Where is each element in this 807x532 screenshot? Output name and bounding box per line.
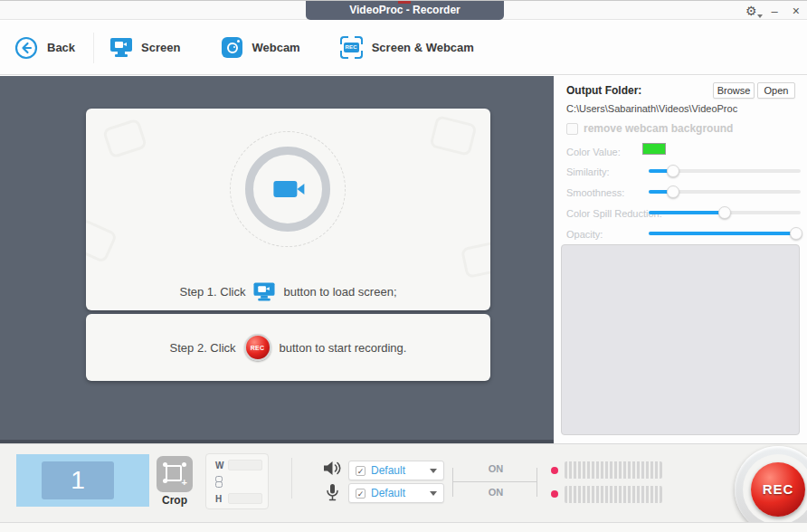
slider-row: Similarity: [566,162,801,183]
crop-icon: + [157,456,193,492]
speaker-level-dot [551,467,558,474]
output-folder-path: C:\Users\Sabarinath\Videos\VideoProc [566,103,737,114]
tab-screen-and-webcam[interactable]: REC Screen & Webcam [340,36,474,59]
videoproc-recorder-window: VideoProc - Recorder ⚙ – × Back Screen [0,0,807,532]
bottombar-footer-strip [0,523,807,532]
slider-fill [649,232,796,235]
mic-enabled-checkbox[interactable]: ✓ [356,489,366,499]
speaker-device-dropdown[interactable]: ✓ Default [348,461,444,480]
mic-device-value: Default [371,487,405,499]
slider-label: Opacity: [566,229,603,240]
tab-screen[interactable]: Screen [110,38,180,57]
remove-webcam-bg-label: remove webcam background [584,122,733,135]
settings-gear-icon[interactable]: ⚙ [745,2,757,20]
screen-webcam-label: Screen & Webcam [372,41,474,54]
height-field[interactable] [228,493,262,504]
webcam-label: Webcam [252,41,299,54]
back-arrow-icon [14,36,38,60]
display-thumbnail-strip[interactable]: 1 [16,454,149,507]
audio-connector-bracket [452,468,453,497]
speaker-on-status: ON [479,463,512,474]
slider-track[interactable] [649,232,801,235]
width-label: W [215,461,223,470]
webcam-icon [222,37,242,58]
width-field[interactable] [228,460,262,470]
color-value-row: Color Value: [566,143,794,156]
close-button[interactable]: × [793,4,800,18]
height-label: H [215,494,222,504]
bottom-bar: 1 + Crop W H [0,443,807,532]
color-value-label: Color Value: [566,147,621,157]
rec-button[interactable]: REC [751,462,805,517]
gear-caret-icon [757,14,763,18]
slider-row: Smoothness: [566,183,801,204]
back-button[interactable]: Back [14,36,75,60]
step1-instruction: Step 1. Click button to load screen; [86,282,490,301]
window-title-tab: VideoProc - Recorder [306,1,504,20]
card-decoration [102,118,147,158]
speaker-enabled-checkbox[interactable]: ✓ [356,466,366,476]
back-label: Back [47,41,75,54]
slider-thumb[interactable] [667,165,679,177]
step2-card: Step 2. Click REC button to start record… [86,314,490,381]
speaker-icon [322,460,343,480]
rec-button-ring: REC [735,446,807,532]
crop-button[interactable]: + Crop [156,456,194,507]
crop-label: Crop [156,494,194,507]
settings-subpanel [561,244,800,435]
slider-label: Smoothness: [566,187,624,198]
mic-on-status: ON [479,487,512,498]
step2-suffix: button to start recording. [280,341,407,355]
preview-area: Step 1. Click button to load screen; Ste… [0,76,554,443]
speaker-device-value: Default [371,464,405,477]
remove-webcam-bg-checkbox[interactable] [566,123,578,135]
remove-webcam-bg-row: remove webcam background [566,122,733,135]
display-thumbnail[interactable]: 1 [42,461,114,499]
video-camera-icon [273,181,297,197]
chevron-down-icon [430,491,437,496]
step2-prefix: Step 2. Click [170,341,236,355]
aspect-lock-icon[interactable] [215,476,223,488]
window-title: VideoProc - Recorder [349,4,460,16]
toolbar-separator [93,33,94,63]
open-button[interactable]: Open [757,82,795,99]
settings-panel: Output Folder: Browse Open C:\Users\Saba… [554,76,807,443]
bottombar-divider [291,458,292,499]
chroma-sliders: Similarity:Smoothness:Color Spill Reduct… [566,162,801,245]
slider-thumb[interactable] [718,206,731,219]
color-value-swatch[interactable] [642,143,666,155]
slider-fill [649,211,725,214]
slider-track[interactable] [649,169,801,173]
microphone-icon [326,483,339,508]
card-decoration [86,218,118,264]
slider-label: Color Spill Reduction: [566,208,662,219]
mic-level-meter [565,486,662,503]
step1-prefix: Step 1. Click [179,285,245,299]
dimensions-panel: W H [205,453,269,509]
titlebar: VideoProc - Recorder ⚙ – × [0,0,807,20]
output-folder-label: Output Folder: [566,84,641,97]
slider-thumb[interactable] [790,227,802,240]
mic-level-dot [551,490,558,498]
screen-label: Screen [141,41,180,54]
screen-monitor-icon [254,282,275,300]
slider-label: Similarity: [566,166,610,177]
speaker-level-meter [565,461,662,479]
step2-instruction: Step 2. Click REC button to start record… [86,334,490,361]
screen-monitor-icon [110,38,132,57]
slider-thumb[interactable] [667,185,679,198]
slider-row: Color Spill Reduction: [566,204,801,224]
card-decoration [460,241,490,279]
browse-button[interactable]: Browse [713,82,755,99]
audio-connector-bracket [536,468,537,497]
slider-track[interactable] [649,190,801,194]
card-decoration [429,115,477,157]
mic-device-dropdown[interactable]: ✓ Default [348,483,444,503]
step1-card: Step 1. Click button to load screen; [86,109,490,310]
slider-track[interactable] [649,211,801,214]
slider-row: Opacity: [566,224,801,245]
camera-ring [245,147,330,232]
minimize-button[interactable]: – [772,5,778,18]
rec-button-icon: REC [244,334,271,361]
tab-webcam[interactable]: Webcam [222,37,299,58]
